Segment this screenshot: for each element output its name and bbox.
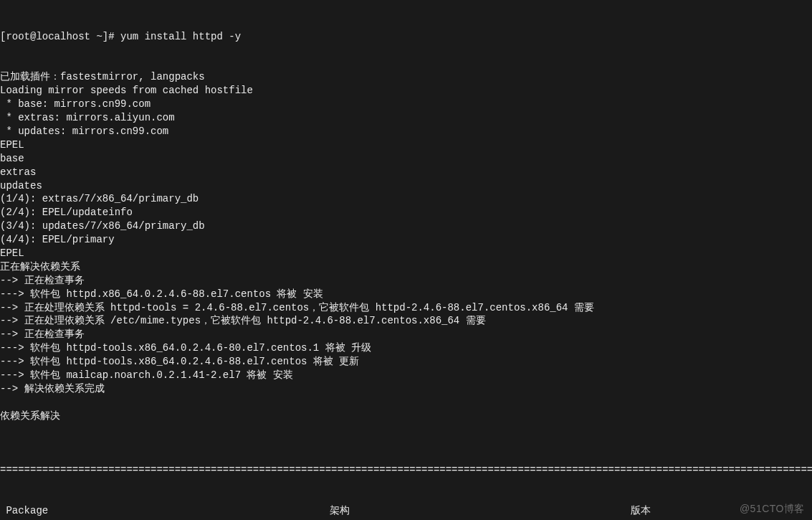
- output-line: (3/4): updates/7/x86_64/primary_db: [0, 219, 812, 233]
- output-line: [0, 423, 812, 437]
- output-line: EPEL: [0, 138, 812, 152]
- watermark: @51CTO博客: [740, 502, 805, 516]
- output-line: extras: [0, 166, 812, 179]
- output-line: [0, 396, 812, 410]
- output-line: --> 正在检查事务: [0, 328, 812, 341]
- output-line: * extras: mirrors.aliyun.com: [0, 111, 812, 125]
- output-line: (2/4): EPEL/updateinfo: [0, 206, 812, 219]
- output-line: 正在解决依赖关系: [0, 260, 812, 274]
- output-line: --> 正在处理依赖关系 httpd-tools = 2.4.6-88.el7.…: [0, 301, 812, 315]
- table-header: Package 架构 版本: [0, 504, 812, 518]
- th-arch: 架构: [330, 504, 631, 518]
- output-line: --> 正在检查事务: [0, 274, 812, 288]
- th-package: Package: [0, 504, 330, 518]
- output-line: ---> 软件包 mailcap.noarch.0.2.1.41-2.el7 将…: [0, 369, 812, 382]
- output-line: (1/4): extras/7/x86_64/primary_db: [0, 192, 812, 206]
- output-line: (4/4): EPEL/primary: [0, 233, 812, 247]
- output-line: EPEL: [0, 247, 812, 260]
- output-line: ---> 软件包 httpd.x86_64.0.2.4.6-88.el7.cen…: [0, 288, 812, 301]
- output-line: ---> 软件包 httpd-tools.x86_64.0.2.4.6-80.e…: [0, 341, 812, 355]
- table-rule-top: ========================================…: [0, 463, 812, 477]
- terminal[interactable]: [root@localhost ~]# yum install httpd -y…: [0, 3, 812, 520]
- output-line: 已加载插件：fastestmirror, langpacks: [0, 70, 812, 84]
- output-line: * base: mirrors.cn99.com: [0, 98, 812, 111]
- output-line: --> 正在处理依赖关系 /etc/mime.types，它被软件包 httpd…: [0, 314, 812, 328]
- output-line: ---> 软件包 httpd-tools.x86_64.0.2.4.6-88.e…: [0, 355, 812, 369]
- output-line: --> 解决依赖关系完成: [0, 382, 812, 396]
- output-line: * updates: mirrors.cn99.com: [0, 125, 812, 138]
- output-line: base: [0, 152, 812, 166]
- shell-prompt: [root@localhost ~]# yum install httpd -y: [0, 30, 812, 44]
- output-line: 依赖关系解决: [0, 410, 812, 423]
- output-line: updates: [0, 179, 812, 193]
- output-line: Loading mirror speeds from cached hostfi…: [0, 84, 812, 98]
